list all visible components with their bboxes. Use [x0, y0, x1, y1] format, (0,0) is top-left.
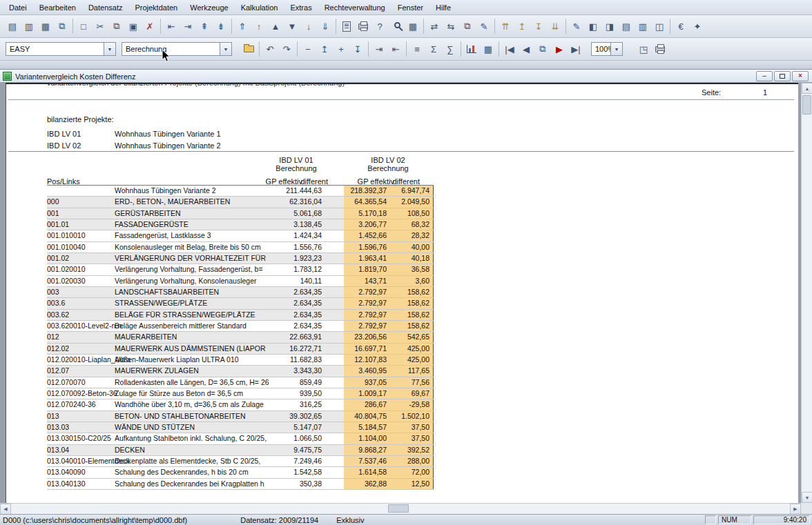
- vertical-scrollbar[interactable]: ▲ ▼: [801, 83, 812, 503]
- sum-icon[interactable]: ∑: [442, 41, 458, 57]
- toolbar-separator: [406, 41, 407, 57]
- subtotal-icon[interactable]: Σ: [425, 41, 442, 57]
- report-open-icon[interactable]: ▥: [21, 18, 37, 34]
- outline-up-icon[interactable]: ⇞: [196, 18, 213, 34]
- edit-icon[interactable]: ✎: [568, 18, 585, 34]
- scroll-left-button[interactable]: ◀: [0, 504, 11, 515]
- jump-last-icon[interactable]: ⇓: [317, 18, 334, 34]
- page-new-icon[interactable]: □: [75, 18, 92, 34]
- download-all-icon[interactable]: ⇊: [547, 18, 563, 34]
- outdent-icon[interactable]: ⇤: [387, 41, 404, 57]
- insert-above-icon[interactable]: ↥: [316, 41, 333, 57]
- menu-item-werkzeuge[interactable]: Werkzeuge: [184, 1, 234, 14]
- print-page-icon[interactable]: [652, 41, 668, 57]
- prev-record-icon[interactable]: ◀: [518, 41, 534, 57]
- euro-icon[interactable]: €: [673, 18, 689, 34]
- cell-pos: 012.070092-Beton-36: [47, 389, 117, 397]
- chevron-down-icon[interactable]: ▼: [610, 43, 622, 55]
- menu-item-bearbeiten[interactable]: Bearbeiten: [33, 1, 82, 14]
- scrollbar-corner: [801, 503, 812, 514]
- mdi-window-titlebar[interactable]: Variantenvergleich Kosten Differenz – ×: [0, 70, 812, 83]
- open-icon[interactable]: [240, 41, 257, 57]
- restore-icon: [780, 74, 785, 79]
- copy-icon[interactable]: ⧉: [108, 18, 125, 34]
- undo-icon[interactable]: ↶: [262, 41, 278, 57]
- help-icon[interactable]: ?: [371, 18, 388, 34]
- delete-icon[interactable]: ✗: [142, 18, 158, 34]
- upload-icon[interactable]: ⇈: [497, 18, 514, 34]
- menu-item-hilfe[interactable]: Hilfe: [429, 1, 457, 14]
- menu-item-extras[interactable]: Extras: [284, 1, 318, 14]
- indent-icon[interactable]: ⇥: [371, 41, 387, 57]
- data-export-icon[interactable]: ⇆: [443, 18, 459, 34]
- step-down-icon[interactable]: ▼: [284, 18, 300, 34]
- paste-icon[interactable]: ▣: [125, 18, 142, 34]
- menu-item-rechteverwaltung[interactable]: Rechteverwaltung: [318, 1, 392, 14]
- outline-down-icon[interactable]: ⇟: [213, 18, 229, 34]
- outline-promote-icon[interactable]: ⇤: [163, 18, 180, 34]
- data-import-icon[interactable]: ⇄: [426, 18, 443, 34]
- first-record-icon[interactable]: |◀: [501, 41, 518, 57]
- minimize-button[interactable]: –: [756, 71, 773, 81]
- step-up-icon[interactable]: ▲: [267, 18, 284, 34]
- list-icon[interactable]: ≡: [409, 41, 425, 57]
- cell-gp-lv2: 12.107,83: [354, 355, 387, 364]
- report-pages-icon[interactable]: ⧉: [54, 18, 70, 34]
- profile-combobox[interactable]: EASY ▼: [6, 42, 116, 56]
- upload-all-icon[interactable]: ↥: [514, 18, 530, 34]
- print-icon[interactable]: [355, 18, 371, 34]
- insert-below-icon[interactable]: ↧: [349, 41, 366, 57]
- download-icon[interactable]: ↧: [530, 18, 547, 34]
- db-lock-icon[interactable]: ◧: [585, 18, 601, 34]
- add-row-icon[interactable]: +: [333, 41, 349, 57]
- calculator-icon[interactable]: [338, 18, 355, 34]
- search-icon[interactable]: [388, 18, 405, 34]
- scroll-down-button[interactable]: ▼: [802, 492, 812, 503]
- start-icon[interactable]: ▶: [551, 41, 568, 57]
- scroll-up-button[interactable]: ▲: [802, 83, 812, 94]
- chevron-down-icon[interactable]: ▼: [104, 43, 115, 55]
- tools-icon[interactable]: ✦: [689, 18, 706, 34]
- redo-icon[interactable]: ↷: [278, 41, 295, 57]
- toolbar-separator: [461, 41, 461, 57]
- last-record-icon[interactable]: ▶|: [568, 41, 584, 57]
- horizontal-scrollbar[interactable]: ◀ ▶: [0, 503, 801, 514]
- cassette-icon[interactable]: ▥: [635, 18, 651, 34]
- horizontal-scrollbar-thumb[interactable]: [388, 504, 409, 513]
- cut-icon[interactable]: ✂: [92, 18, 108, 34]
- menu-item-projektdaten[interactable]: Projektdaten: [128, 1, 184, 14]
- scroll-right-button[interactable]: ▶: [790, 504, 801, 515]
- page-preview-icon[interactable]: ◳: [635, 41, 652, 57]
- db-unlock-icon[interactable]: ◨: [601, 18, 618, 34]
- report-design-icon[interactable]: ▤: [4, 18, 21, 34]
- outline-demote-icon[interactable]: ⇥: [180, 18, 196, 34]
- grid-icon[interactable]: ▦: [480, 41, 496, 57]
- zoom-combobox[interactable]: 100% ▼: [591, 42, 623, 56]
- table-edit-icon[interactable]: ✎: [476, 18, 492, 34]
- table-copy-icon[interactable]: ⧉: [459, 18, 476, 34]
- cell-different: 12,50: [412, 479, 429, 488]
- menu-item-kalkulation[interactable]: Kalkulation: [235, 1, 284, 14]
- window-icon[interactable]: ◫: [651, 18, 668, 34]
- menu-item-datei[interactable]: Datei: [3, 1, 33, 14]
- move-down-icon[interactable]: ↓: [300, 18, 317, 34]
- archive-icon[interactable]: ▤: [618, 18, 635, 34]
- menu-item-datensatz[interactable]: Datensatz: [82, 1, 129, 14]
- table-icon[interactable]: ▦: [405, 18, 421, 34]
- close-button[interactable]: ×: [792, 71, 809, 81]
- restore-button[interactable]: [774, 71, 791, 81]
- chevron-down-icon[interactable]: ▼: [220, 43, 231, 55]
- statistics-icon[interactable]: [463, 41, 480, 57]
- cell-pos: 001.020030: [47, 277, 85, 285]
- project-1-id: IBD LV 01: [47, 130, 81, 138]
- report-image-icon[interactable]: ▦: [37, 18, 54, 34]
- document-viewport: Variantenvergleich der bilanzierten Proj…: [0, 83, 812, 503]
- menu-item-fenster[interactable]: Fenster: [392, 1, 429, 14]
- jump-first-icon[interactable]: ⇑: [234, 18, 251, 34]
- move-up-icon[interactable]: ↑: [251, 18, 267, 34]
- remove-row-icon[interactable]: −: [300, 41, 316, 57]
- vertical-scrollbar-thumb[interactable]: [802, 95, 811, 115]
- toolbar-separator: [231, 19, 232, 34]
- mode-combobox[interactable]: Berechnung ▼: [122, 42, 232, 56]
- record-pages-icon[interactable]: ⧉: [534, 41, 551, 57]
